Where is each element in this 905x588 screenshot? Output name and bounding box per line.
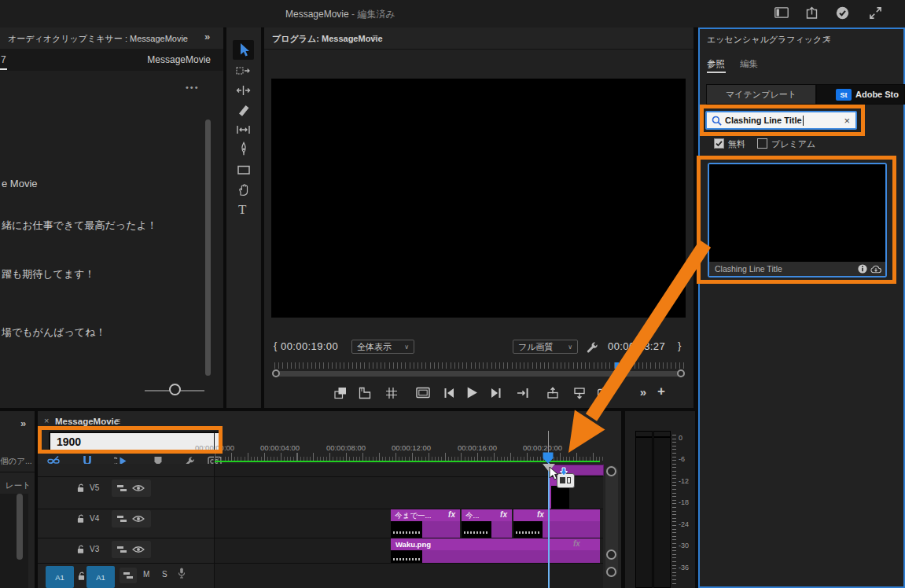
- program-video-frame[interactable]: [271, 79, 686, 318]
- scrubber-right-handle[interactable]: [677, 369, 685, 377]
- track-name-v4[interactable]: V4: [90, 514, 99, 523]
- track-output-eye-icon[interactable]: [132, 546, 145, 553]
- hand-tool-icon[interactable]: [237, 182, 251, 197]
- more-buttons-icon[interactable]: »: [640, 385, 646, 399]
- mixer-zoom-slider-knob[interactable]: [169, 384, 181, 395]
- tab-browse[interactable]: 参照: [707, 58, 725, 70]
- program-scrubber-bar[interactable]: [274, 371, 685, 377]
- razor-tool-icon[interactable]: [237, 103, 251, 117]
- segment-my-templates[interactable]: マイテンプレート: [706, 84, 816, 105]
- channel-number: 7: [1, 54, 6, 65]
- sync-lock-icon[interactable]: [123, 571, 134, 580]
- timeline-vscroll-track[interactable]: [605, 465, 618, 577]
- lock-icon[interactable]: [77, 483, 84, 493]
- track-a1-badge[interactable]: A1: [86, 566, 115, 588]
- fx-badge[interactable]: fx: [448, 510, 455, 519]
- vscroll-bottom-handle[interactable]: [606, 567, 616, 577]
- workspace-icon[interactable]: [774, 7, 789, 18]
- chevron-down-icon: ∨: [404, 344, 409, 351]
- track-select-forward-tool-icon[interactable]: [236, 64, 251, 78]
- step-forward-icon[interactable]: [490, 387, 502, 399]
- solo-button[interactable]: S: [162, 570, 167, 579]
- timeline-tab-close-icon[interactable]: ×: [44, 416, 49, 425]
- track-output-eye-icon[interactable]: [132, 515, 145, 523]
- track-name-v5[interactable]: V5: [90, 483, 99, 492]
- extract-icon[interactable]: [573, 387, 586, 399]
- clip-v4-3[interactable]: fx: [513, 509, 600, 538]
- sync-ok-icon[interactable]: [836, 6, 849, 20]
- segment-adobe-stock[interactable]: St Adobe Sto: [816, 84, 905, 105]
- rectangle-tool-icon[interactable]: [237, 163, 251, 177]
- selection-tool-icon[interactable]: [237, 42, 251, 57]
- playback-quality-select[interactable]: フル画質 ∨: [513, 340, 578, 354]
- clip-v3-waku[interactable]: Waku.png fx: [391, 538, 600, 563]
- safe-margins-icon[interactable]: [385, 387, 398, 399]
- vscroll-mid-handle[interactable]: [606, 549, 616, 560]
- source-patch-a1-badge[interactable]: A1: [46, 566, 74, 588]
- current-timecode[interactable]: 00:00:19:00: [281, 340, 338, 352]
- mixer-more-dots[interactable]: •••: [186, 83, 200, 92]
- fx-badge[interactable]: fx: [500, 510, 507, 519]
- eg-panel-title: エッセンシャルグラフィックス: [707, 34, 831, 46]
- play-icon[interactable]: [465, 386, 479, 399]
- zoom-level-select[interactable]: 全体表示 ∨: [351, 340, 414, 354]
- project-scrollbar[interactable]: [17, 494, 23, 560]
- program-panel-header[interactable]: プログラム: MessageMovie ≡: [264, 28, 693, 50]
- program-playhead-marker[interactable]: [615, 362, 619, 369]
- type-tool-icon[interactable]: T: [238, 202, 246, 218]
- audio-meter-panel: 0 -6 -12 -18 -24 -30 -36: [625, 411, 695, 588]
- output-monitor-icon[interactable]: [416, 387, 430, 399]
- vscroll-top-handle[interactable]: [606, 466, 616, 476]
- ruler-label: 00:00:08:00: [326, 443, 366, 452]
- pen-tool-icon[interactable]: [237, 141, 251, 156]
- clip-v4-2[interactable]: 今... fx: [462, 509, 512, 538]
- checkbox-free[interactable]: [714, 138, 724, 149]
- eg-panel-menu-icon[interactable]: ≡: [825, 33, 830, 44]
- mixer-panel-header[interactable]: オーディオクリップミキサー : MessageMovie »: [0, 28, 223, 50]
- settings-wrench-icon[interactable]: [586, 340, 599, 354]
- db-label: -24: [679, 520, 689, 528]
- clip-v4-1[interactable]: 今まで一... fx: [391, 509, 460, 538]
- button-editor-icon[interactable]: +: [657, 384, 665, 399]
- program-monitor-panel: プログラム: MessageMovie ≡ { 00:00:19:00 全体表示…: [264, 28, 693, 408]
- step-back-icon[interactable]: [443, 387, 455, 399]
- slip-tool-icon[interactable]: [236, 123, 251, 137]
- comparison-view-icon[interactable]: [334, 387, 347, 399]
- track-output-eye-icon[interactable]: [132, 484, 145, 492]
- track-name-v3[interactable]: V3: [90, 545, 99, 553]
- panel-menu-icon[interactable]: ≡: [372, 32, 377, 43]
- tab-edit[interactable]: 編集: [740, 58, 758, 70]
- scrubber-left-handle[interactable]: [272, 369, 280, 377]
- playhead-line[interactable]: [548, 463, 550, 588]
- go-to-out-icon[interactable]: [517, 387, 529, 399]
- clip-v5-dropped-thumbnail[interactable]: [549, 486, 569, 509]
- voiceover-mic-icon[interactable]: [178, 568, 186, 579]
- mixer-message: 躍も期待してます！: [2, 267, 95, 281]
- timeline-tab-title[interactable]: MessageMovie: [55, 417, 119, 426]
- maximize-icon[interactable]: [869, 6, 882, 20]
- lock-icon[interactable]: [78, 571, 85, 581]
- timeline-tab-menu-icon[interactable]: ≡: [115, 416, 120, 427]
- mark-in-icon[interactable]: [359, 387, 371, 399]
- channel-underline: [0, 68, 7, 70]
- sync-lock-icon[interactable]: [116, 545, 127, 554]
- lock-icon[interactable]: [77, 544, 84, 554]
- mute-button[interactable]: M: [143, 570, 149, 579]
- fx-badge[interactable]: fx: [573, 539, 580, 548]
- fx-badge[interactable]: fx: [537, 510, 544, 519]
- quick-export-icon[interactable]: [805, 6, 819, 20]
- lift-icon[interactable]: [546, 387, 559, 399]
- panel-collapse-chevron[interactable]: »: [20, 417, 26, 429]
- checkbox-premium[interactable]: [757, 138, 767, 149]
- meter-scale-ticks: [672, 435, 676, 586]
- ripple-edit-tool-icon[interactable]: [236, 83, 251, 97]
- lock-icon[interactable]: [77, 513, 84, 524]
- playhead-cap[interactable]: [543, 452, 554, 464]
- mixer-scrollbar[interactable]: [205, 119, 211, 376]
- sync-lock-icon[interactable]: [116, 514, 127, 524]
- divider: [0, 472, 35, 472]
- export-frame-icon[interactable]: [598, 388, 612, 398]
- sync-lock-icon[interactable]: [116, 483, 127, 493]
- mouse-cursor-icon: [549, 466, 559, 480]
- panel-menu-chevron-icon[interactable]: »: [204, 31, 210, 42]
